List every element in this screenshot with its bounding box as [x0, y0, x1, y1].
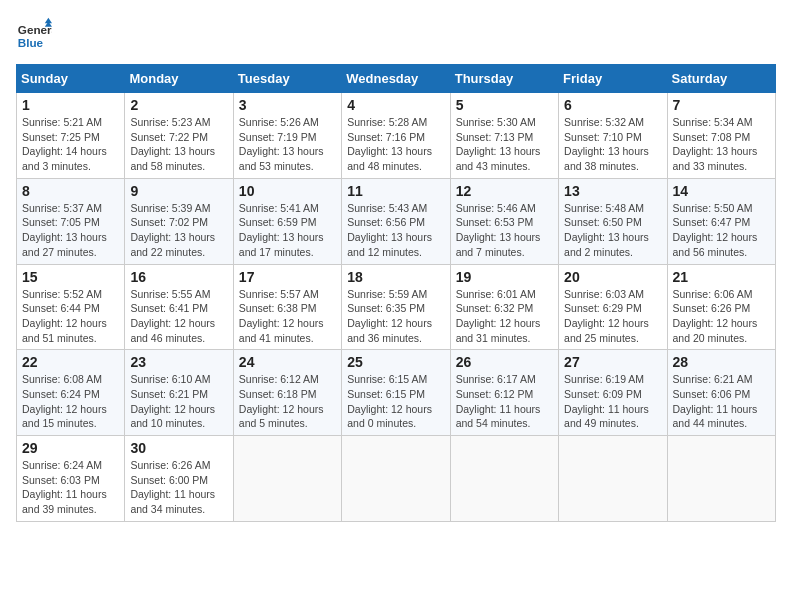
day-info: Sunrise: 6:08 AMSunset: 6:24 PMDaylight:…	[22, 372, 119, 431]
day-info: Sunrise: 6:10 AMSunset: 6:21 PMDaylight:…	[130, 372, 227, 431]
day-info: Sunrise: 6:26 AMSunset: 6:00 PMDaylight:…	[130, 458, 227, 517]
day-number: 11	[347, 183, 444, 199]
day-info: Sunrise: 5:43 AMSunset: 6:56 PMDaylight:…	[347, 201, 444, 260]
calendar-cell: 25Sunrise: 6:15 AMSunset: 6:15 PMDayligh…	[342, 350, 450, 436]
calendar-cell: 18Sunrise: 5:59 AMSunset: 6:35 PMDayligh…	[342, 264, 450, 350]
logo-icon: General Blue	[16, 16, 52, 52]
calendar-cell: 23Sunrise: 6:10 AMSunset: 6:21 PMDayligh…	[125, 350, 233, 436]
day-number: 10	[239, 183, 336, 199]
day-info: Sunrise: 5:30 AMSunset: 7:13 PMDaylight:…	[456, 115, 553, 174]
day-info: Sunrise: 5:55 AMSunset: 6:41 PMDaylight:…	[130, 287, 227, 346]
calendar-cell: 8Sunrise: 5:37 AMSunset: 7:05 PMDaylight…	[17, 178, 125, 264]
day-number: 3	[239, 97, 336, 113]
calendar-cell: 29Sunrise: 6:24 AMSunset: 6:03 PMDayligh…	[17, 436, 125, 522]
calendar-cell: 1Sunrise: 5:21 AMSunset: 7:25 PMDaylight…	[17, 93, 125, 179]
day-info: Sunrise: 5:32 AMSunset: 7:10 PMDaylight:…	[564, 115, 661, 174]
calendar-body: 1Sunrise: 5:21 AMSunset: 7:25 PMDaylight…	[17, 93, 776, 522]
svg-text:Blue: Blue	[18, 36, 44, 49]
calendar-cell: 9Sunrise: 5:39 AMSunset: 7:02 PMDaylight…	[125, 178, 233, 264]
day-number: 28	[673, 354, 770, 370]
day-info: Sunrise: 6:17 AMSunset: 6:12 PMDaylight:…	[456, 372, 553, 431]
calendar-table: SundayMondayTuesdayWednesdayThursdayFrid…	[16, 64, 776, 522]
calendar-cell: 17Sunrise: 5:57 AMSunset: 6:38 PMDayligh…	[233, 264, 341, 350]
day-number: 26	[456, 354, 553, 370]
calendar-cell: 4Sunrise: 5:28 AMSunset: 7:16 PMDaylight…	[342, 93, 450, 179]
calendar-cell: 30Sunrise: 6:26 AMSunset: 6:00 PMDayligh…	[125, 436, 233, 522]
day-info: Sunrise: 6:24 AMSunset: 6:03 PMDaylight:…	[22, 458, 119, 517]
calendar-cell: 14Sunrise: 5:50 AMSunset: 6:47 PMDayligh…	[667, 178, 775, 264]
day-info: Sunrise: 6:19 AMSunset: 6:09 PMDaylight:…	[564, 372, 661, 431]
day-info: Sunrise: 6:03 AMSunset: 6:29 PMDaylight:…	[564, 287, 661, 346]
calendar-cell: 3Sunrise: 5:26 AMSunset: 7:19 PMDaylight…	[233, 93, 341, 179]
logo: General Blue	[16, 16, 52, 52]
day-number: 19	[456, 269, 553, 285]
calendar-row: 1Sunrise: 5:21 AMSunset: 7:25 PMDaylight…	[17, 93, 776, 179]
calendar-row: 8Sunrise: 5:37 AMSunset: 7:05 PMDaylight…	[17, 178, 776, 264]
day-number: 9	[130, 183, 227, 199]
calendar-cell: 7Sunrise: 5:34 AMSunset: 7:08 PMDaylight…	[667, 93, 775, 179]
day-number: 20	[564, 269, 661, 285]
day-number: 4	[347, 97, 444, 113]
calendar-cell	[559, 436, 667, 522]
calendar-cell	[667, 436, 775, 522]
calendar-row: 22Sunrise: 6:08 AMSunset: 6:24 PMDayligh…	[17, 350, 776, 436]
calendar-cell	[233, 436, 341, 522]
calendar-cell	[342, 436, 450, 522]
day-number: 25	[347, 354, 444, 370]
calendar-cell: 6Sunrise: 5:32 AMSunset: 7:10 PMDaylight…	[559, 93, 667, 179]
day-number: 24	[239, 354, 336, 370]
day-info: Sunrise: 6:01 AMSunset: 6:32 PMDaylight:…	[456, 287, 553, 346]
day-number: 30	[130, 440, 227, 456]
day-info: Sunrise: 6:21 AMSunset: 6:06 PMDaylight:…	[673, 372, 770, 431]
page-header: General Blue	[16, 16, 776, 52]
day-info: Sunrise: 5:50 AMSunset: 6:47 PMDaylight:…	[673, 201, 770, 260]
calendar-cell: 11Sunrise: 5:43 AMSunset: 6:56 PMDayligh…	[342, 178, 450, 264]
weekday-tuesday: Tuesday	[233, 65, 341, 93]
day-info: Sunrise: 5:59 AMSunset: 6:35 PMDaylight:…	[347, 287, 444, 346]
weekday-saturday: Saturday	[667, 65, 775, 93]
calendar-cell	[450, 436, 558, 522]
day-info: Sunrise: 5:41 AMSunset: 6:59 PMDaylight:…	[239, 201, 336, 260]
day-info: Sunrise: 5:48 AMSunset: 6:50 PMDaylight:…	[564, 201, 661, 260]
day-info: Sunrise: 5:39 AMSunset: 7:02 PMDaylight:…	[130, 201, 227, 260]
day-number: 15	[22, 269, 119, 285]
day-info: Sunrise: 5:28 AMSunset: 7:16 PMDaylight:…	[347, 115, 444, 174]
day-info: Sunrise: 5:37 AMSunset: 7:05 PMDaylight:…	[22, 201, 119, 260]
day-info: Sunrise: 5:52 AMSunset: 6:44 PMDaylight:…	[22, 287, 119, 346]
day-number: 14	[673, 183, 770, 199]
day-info: Sunrise: 6:15 AMSunset: 6:15 PMDaylight:…	[347, 372, 444, 431]
day-info: Sunrise: 5:26 AMSunset: 7:19 PMDaylight:…	[239, 115, 336, 174]
day-number: 6	[564, 97, 661, 113]
day-number: 2	[130, 97, 227, 113]
day-number: 1	[22, 97, 119, 113]
calendar-cell: 22Sunrise: 6:08 AMSunset: 6:24 PMDayligh…	[17, 350, 125, 436]
calendar-cell: 19Sunrise: 6:01 AMSunset: 6:32 PMDayligh…	[450, 264, 558, 350]
day-info: Sunrise: 5:21 AMSunset: 7:25 PMDaylight:…	[22, 115, 119, 174]
calendar-cell: 2Sunrise: 5:23 AMSunset: 7:22 PMDaylight…	[125, 93, 233, 179]
day-number: 22	[22, 354, 119, 370]
day-number: 29	[22, 440, 119, 456]
day-info: Sunrise: 5:57 AMSunset: 6:38 PMDaylight:…	[239, 287, 336, 346]
day-number: 16	[130, 269, 227, 285]
day-number: 12	[456, 183, 553, 199]
day-number: 5	[456, 97, 553, 113]
calendar-cell: 13Sunrise: 5:48 AMSunset: 6:50 PMDayligh…	[559, 178, 667, 264]
calendar-cell: 10Sunrise: 5:41 AMSunset: 6:59 PMDayligh…	[233, 178, 341, 264]
weekday-thursday: Thursday	[450, 65, 558, 93]
day-info: Sunrise: 5:34 AMSunset: 7:08 PMDaylight:…	[673, 115, 770, 174]
calendar-cell: 24Sunrise: 6:12 AMSunset: 6:18 PMDayligh…	[233, 350, 341, 436]
day-number: 18	[347, 269, 444, 285]
day-number: 13	[564, 183, 661, 199]
day-number: 7	[673, 97, 770, 113]
calendar-cell: 16Sunrise: 5:55 AMSunset: 6:41 PMDayligh…	[125, 264, 233, 350]
calendar-cell: 27Sunrise: 6:19 AMSunset: 6:09 PMDayligh…	[559, 350, 667, 436]
calendar-row: 29Sunrise: 6:24 AMSunset: 6:03 PMDayligh…	[17, 436, 776, 522]
day-info: Sunrise: 6:12 AMSunset: 6:18 PMDaylight:…	[239, 372, 336, 431]
weekday-monday: Monday	[125, 65, 233, 93]
day-number: 27	[564, 354, 661, 370]
weekday-header-row: SundayMondayTuesdayWednesdayThursdayFrid…	[17, 65, 776, 93]
day-info: Sunrise: 5:46 AMSunset: 6:53 PMDaylight:…	[456, 201, 553, 260]
weekday-friday: Friday	[559, 65, 667, 93]
calendar-cell: 28Sunrise: 6:21 AMSunset: 6:06 PMDayligh…	[667, 350, 775, 436]
day-number: 8	[22, 183, 119, 199]
